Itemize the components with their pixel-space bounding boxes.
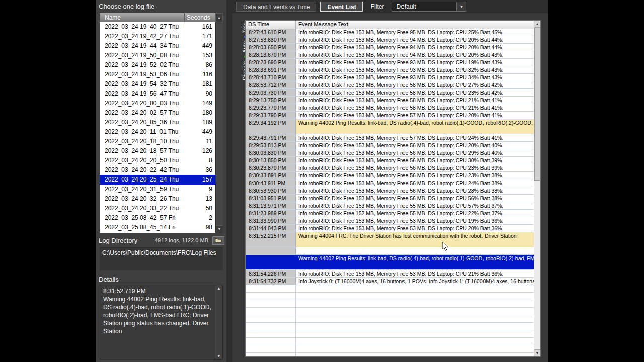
event-row[interactable]: 8:30:53.930 PMInfo roboRIO: Disk Free 15… (246, 187, 534, 195)
event-row[interactable]: 8:31:54.226 PMInfo roboRIO: Disk Free 15… (246, 270, 534, 278)
event-row (246, 353, 534, 356)
log-file-row[interactable]: 2022_03_25 08_42_57 Fri2 (100, 213, 215, 223)
event-row[interactable]: 8:30:03.830 PMInfo roboRIO: Disk Free 15… (246, 149, 534, 157)
event-row[interactable]: 8:30:33.891 PMInfo roboRIO: Disk Free 15… (246, 172, 534, 179)
event-time-cell (246, 330, 296, 337)
log-file-row[interactable]: 2022_03_24 20_18_10 Thu11 (100, 137, 215, 146)
event-row[interactable]: 8:29:34.192 PMWarning 44002 Ping Results… (246, 119, 534, 134)
log-file-name: 2022_03_24 20_20_50 Thu (100, 156, 185, 165)
event-row[interactable]: 8:27:43.610 PMInfo roboRIO: Disk Free 15… (246, 29, 534, 36)
scroll-down-icon[interactable]: ▼ (215, 353, 222, 359)
log-file-row[interactable]: 2022_03_24 19_42_27 Thu171 (100, 32, 215, 41)
filter-dropdown[interactable]: Default ▼ (392, 2, 466, 12)
event-row[interactable]: 8:31:23.989 PMInfo roboRIO: Disk Free 15… (246, 210, 534, 217)
event-time-cell: 8:28:03.650 PM (246, 44, 296, 51)
scroll-up-icon[interactable]: ▲ (215, 285, 222, 292)
event-row[interactable]: 8:31:33.990 PMInfo roboRIO: Disk Free 15… (246, 217, 534, 225)
event-row[interactable]: 8:31:44.043 PMInfo roboRIO: Disk Free 15… (246, 225, 534, 232)
log-file-seconds: 149 (185, 99, 215, 108)
log-file-row[interactable]: 2022_03_24 19_53_06 Thu116 (100, 70, 215, 79)
event-row[interactable]: 8:29:03.730 PMInfo roboRIO: Disk Free 15… (246, 89, 534, 97)
event-row[interactable]: 8:28:53.712 PMInfo roboRIO: Disk Free 15… (246, 81, 534, 89)
log-file-row[interactable]: 2022_03_24 20_00_03 Thu149 (100, 99, 215, 108)
scrollbar-thumb[interactable] (534, 28, 540, 181)
event-time-cell: 8:30:13.850 PM (246, 157, 296, 164)
event-time-cell (246, 247, 296, 254)
event-row[interactable]: 8:29:13.750 PMInfo roboRIO: Disk Free 15… (246, 97, 534, 104)
log-file-row[interactable]: 2022_03_25 08_45_14 Fri98 (100, 223, 215, 232)
event-row[interactable]: 8:28:33.691 PMInfo roboRIO: Disk Free 15… (246, 66, 534, 74)
event-row[interactable]: 8:28:23.690 PMInfo roboRIO: Disk Free 15… (246, 59, 534, 66)
event-row[interactable]: 8:31:03.951 PMInfo roboRIO: Disk Free 15… (246, 195, 534, 202)
event-message-cell: Warning 44004 FRC: The Driver Station ha… (296, 232, 534, 247)
event-time-cell: 8:29:43.791 PM (246, 134, 296, 141)
log-directory-stats: 4912 logs, 1122.0 MB (155, 237, 208, 243)
log-file-row[interactable]: 2022_03_24 20_25_24 Thu157 (100, 175, 215, 185)
event-row[interactable]: 8:27:53.630 PMInfo roboRIO: Disk Free 15… (246, 36, 534, 44)
tab-event-list[interactable]: Event List (320, 2, 362, 12)
event-row[interactable]: 8:31:52.215 PMWarning 44004 FRC: The Dri… (246, 232, 534, 247)
scroll-down-icon[interactable]: ▼ (534, 349, 540, 356)
details-box: 8:31:52.719 PM Warning 44002 Ping Result… (100, 285, 223, 360)
log-directory-path[interactable]: C:\Users\Public\Documents\FRC\Log Files (100, 247, 223, 270)
log-file-row[interactable]: 2022_03_24 20_31_59 Thu9 (100, 185, 215, 194)
log-file-row[interactable]: 2022_03_24 20_33_22 Thu50 (100, 204, 215, 213)
scroll-up-icon[interactable]: ▲ (534, 21, 540, 28)
event-row[interactable]: Warning 44002 Ping Results: link-bad, DS… (246, 255, 534, 270)
chevron-down-icon[interactable]: ▼ (456, 2, 466, 11)
event-message-cell: Info roboRIO: Disk Free 153 MB, Memory F… (296, 134, 534, 141)
log-file-row[interactable]: 2022_03_24 19_50_08 Thu153 (100, 51, 215, 60)
event-message-cell: Info roboRIO: Disk Free 153 MB, Memory F… (296, 104, 534, 111)
event-time-cell: 8:29:33.790 PM (246, 112, 296, 119)
log-file-row[interactable]: 2022_03_24 20_32_26 Thu13 (100, 194, 215, 204)
log-file-row[interactable]: 2022_03_24 20_22_42 Thu36 (100, 165, 215, 175)
log-file-row[interactable]: 2022_03_24 19_54_32 Thu181 (100, 79, 215, 89)
event-row[interactable]: 8:30:13.850 PMInfo roboRIO: Disk Free 15… (246, 157, 534, 164)
details-scrollbar[interactable]: ▲ ▼ (215, 285, 222, 359)
event-message-cell: Info roboRIO: Disk Free 153 MB, Memory F… (296, 172, 534, 179)
event-row[interactable]: 8:29:23.770 PMInfo roboRIO: Disk Free 15… (246, 104, 534, 112)
scroll-up-icon[interactable]: ▲ (215, 13, 223, 22)
event-message-cell: Info roboRIO: Disk Free 153 MB, Memory F… (296, 59, 534, 66)
log-file-seconds: 189 (185, 118, 215, 127)
event-time-cell: 8:29:53.813 PM (246, 142, 296, 149)
log-file-row[interactable]: 2022_03_24 20_02_57 Thu180 (100, 108, 215, 118)
event-table-header: DS Time Event Message Text (246, 21, 534, 29)
log-file-row[interactable]: 2022_03_24 20_05_36 Thu189 (100, 118, 215, 127)
log-file-name: 2022_03_24 19_44_34 Thu (100, 41, 185, 51)
log-file-row[interactable]: 2022_03_24 20_11_01 Thu449 (100, 127, 215, 137)
event-row[interactable]: 8:28:03.650 PMInfo roboRIO: Disk Free 15… (246, 44, 534, 51)
event-row[interactable]: 8:29:43.791 PMInfo roboRIO: Disk Free 15… (246, 134, 534, 142)
log-file-row[interactable]: 2022_03_24 20_18_57 Thu126 (100, 146, 215, 156)
event-row[interactable] (246, 247, 534, 255)
event-row[interactable]: 8:29:53.813 PMInfo roboRIO: Disk Free 15… (246, 142, 534, 149)
scroll-down-icon[interactable]: ▼ (216, 225, 223, 233)
event-message-cell: Info roboRIO: Disk Free 153 MB, Memory F… (296, 142, 534, 149)
tab-data-and-events-vs-time[interactable]: Data and Events vs Time (236, 2, 316, 12)
log-file-row[interactable]: 2022_03_24 19_52_02 Thu86 (100, 60, 215, 70)
log-file-row[interactable]: 2022_03_24 19_44_34 Thu449 (100, 41, 215, 51)
log-file-row[interactable]: 2022_03_24 20_20_50 Thu8 (100, 156, 215, 165)
event-message-cell: Info roboRIO: Disk Free 153 MB, Memory F… (296, 149, 534, 156)
event-row[interactable]: 8:28:43.710 PMInfo roboRIO: Disk Free 15… (246, 74, 534, 81)
log-file-scrollbar[interactable]: ▼ (215, 22, 223, 233)
browse-folder-button[interactable] (212, 236, 224, 245)
event-message-cell: Info roboRIO: Disk Free 153 MB, Memory F… (296, 187, 534, 194)
log-file-row[interactable]: 2022_03_24 19_56_47 Thu90 (100, 89, 215, 99)
event-time-cell: 8:31:13.971 PM (246, 202, 296, 209)
event-row[interactable]: 8:30:43.911 PMInfo roboRIO: Disk Free 15… (246, 179, 534, 187)
event-row[interactable]: 8:31:54.732 PMInfo Joystick 0: (T.16000M… (246, 278, 534, 285)
event-message-cell: Info roboRIO: Disk Free 153 MB, Memory F… (296, 74, 534, 81)
log-file-row[interactable]: 2022_03_24 19_40_27 Thu161 (100, 22, 215, 32)
event-panel: Data and Events vs Time Event List Filte… (232, 0, 548, 362)
event-row (246, 330, 534, 338)
event-row[interactable]: 8:30:23.870 PMInfo roboRIO: Disk Free 15… (246, 164, 534, 172)
event-message-cell: Info roboRIO: Disk Free 153 MB, Memory F… (296, 202, 534, 209)
event-row[interactable]: 8:31:13.971 PMInfo roboRIO: Disk Free 15… (246, 202, 534, 210)
event-row[interactable]: 8:29:33.790 PMInfo roboRIO: Disk Free 15… (246, 112, 534, 119)
event-table-scrollbar[interactable]: ▲ ▼ (534, 21, 540, 356)
event-table-rows: 8:27:43.610 PMInfo roboRIO: Disk Free 15… (246, 29, 534, 356)
ds-time-column-header: DS Time (246, 21, 296, 29)
event-time-cell: 8:29:03.730 PM (246, 89, 296, 96)
event-row[interactable]: 8:28:13.670 PMInfo roboRIO: Disk Free 15… (246, 51, 534, 59)
